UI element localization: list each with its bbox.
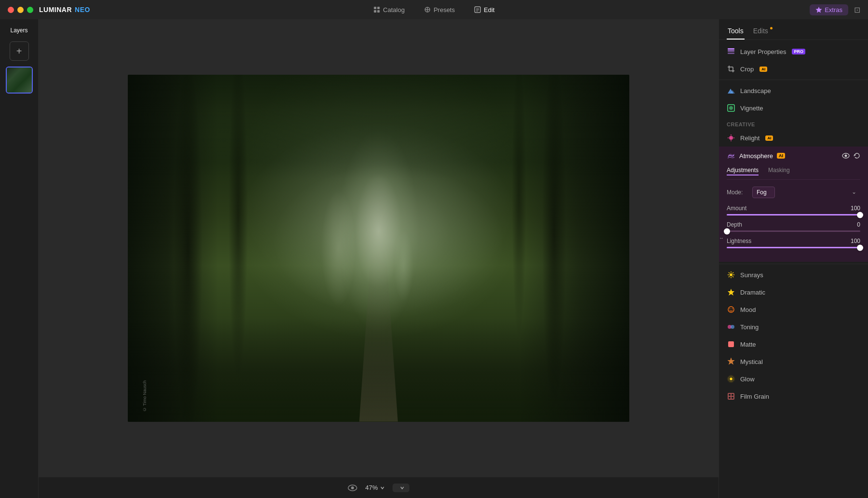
tool-item-landscape[interactable]: Landscape (719, 82, 868, 99)
svg-rect-47 (728, 393, 734, 400)
titlebar-right: Extras ⊡ (810, 4, 860, 15)
crop-label: Crop (740, 66, 754, 73)
tool-item-crop[interactable]: Crop AI (719, 60, 868, 78)
edit-icon (474, 6, 481, 13)
film-grain-icon (727, 392, 735, 401)
layers-panel: Layers + (0, 19, 39, 498)
tools-tab[interactable]: Tools (727, 24, 745, 40)
layer-thumb-image (7, 67, 32, 93)
tool-item-dramatic[interactable]: Dramatic (719, 283, 868, 301)
add-layer-button[interactable]: + (10, 41, 29, 61)
atmosphere-header[interactable]: Atmosphere AI (719, 147, 868, 165)
svg-marker-37 (728, 289, 734, 296)
masking-tab[interactable]: Masking (768, 167, 790, 175)
tool-item-mood[interactable]: Mood (719, 301, 868, 318)
lightness-slider-fill (727, 247, 860, 248)
relight-icon (727, 134, 735, 142)
lightness-slider-track[interactable] (727, 247, 860, 248)
atmosphere-ai-badge: AI (777, 153, 785, 159)
mystical-label: Mystical (740, 358, 763, 365)
depth-slider-header: Depth 0 (727, 221, 860, 228)
svg-point-21 (729, 136, 733, 140)
lightness-label: Lightness (727, 238, 751, 244)
amount-value: 100 (851, 205, 860, 212)
tool-item-sunrays[interactable]: Sunrays (719, 266, 868, 283)
tool-item-vignette[interactable]: Vignette (719, 99, 868, 117)
close-button[interactable] (8, 7, 14, 13)
depth-slider-track[interactable]: ↔ (727, 230, 860, 232)
presets-icon (424, 6, 431, 13)
dramatic-label: Dramatic (740, 289, 765, 296)
landscape-icon (727, 86, 735, 95)
edit-button[interactable]: Edit (464, 4, 504, 16)
lightness-slider-thumb[interactable] (857, 244, 863, 251)
amount-slider-header: Amount 100 (727, 205, 860, 212)
tool-item-matte[interactable]: Matte (719, 336, 868, 353)
catalog-icon (373, 6, 380, 13)
svg-rect-0 (374, 7, 376, 9)
svg-point-13 (351, 486, 354, 489)
svg-rect-16 (728, 48, 734, 50)
svg-rect-3 (377, 10, 380, 13)
right-panel: Tools Edits Layer Properties PRO (719, 19, 868, 498)
tool-item-layer-properties[interactable]: Layer Properties PRO (719, 43, 868, 60)
window-icon[interactable]: ⊡ (854, 5, 860, 14)
atmosphere-body: Adjustments Masking Mode: Fog Mist (719, 165, 868, 262)
svg-rect-49 (732, 394, 733, 396)
svg-rect-2 (374, 10, 376, 13)
amount-slider-track[interactable] (727, 214, 860, 215)
depth-slider-thumb[interactable]: ↔ (724, 228, 730, 234)
main-layout: Layers + © Timo Nausch (0, 19, 868, 498)
tool-item-glow[interactable]: Glow (719, 370, 868, 388)
tool-item-relight[interactable]: Relight AI (719, 129, 868, 147)
svg-line-36 (729, 276, 730, 277)
layer-properties-badge: PRO (792, 49, 805, 54)
tool-item-mystical[interactable]: Mystical (719, 353, 868, 370)
atmosphere-reset-btn[interactable] (854, 152, 860, 159)
vignette-label: Vignette (740, 105, 763, 112)
adjustments-tab[interactable]: Adjustments (727, 167, 759, 175)
zoom-control[interactable]: 47% (365, 484, 384, 491)
amount-slider-thumb[interactable] (857, 212, 863, 218)
svg-rect-14 (728, 50, 734, 52)
depth-slider-row: Depth 0 ↔ (727, 221, 860, 232)
toning-icon (727, 323, 735, 331)
svg-rect-1 (377, 7, 380, 9)
logo-text-luminar: LUMINAR (39, 6, 72, 13)
svg-rect-51 (732, 397, 733, 399)
app-logo: LUMINAR NEO (39, 6, 90, 13)
tool-item-film-grain[interactable]: Film Grain (719, 388, 868, 405)
svg-point-20 (729, 106, 733, 110)
mode-label: Mode: (727, 189, 748, 196)
layer-properties-label: Layer Properties (740, 48, 786, 55)
atmosphere-visibility-btn[interactable] (842, 153, 850, 159)
zoom-chevron-icon (380, 485, 385, 490)
maximize-button[interactable] (27, 7, 33, 13)
canvas-area: © Timo Nausch 47% (39, 19, 719, 498)
toning-label: Toning (740, 323, 759, 331)
presets-button[interactable]: Presets (414, 4, 464, 16)
extras-button[interactable]: Extras (810, 4, 848, 15)
minimize-button[interactable] (17, 7, 24, 13)
layer-thumbnail[interactable] (6, 67, 33, 94)
crop-icon (727, 65, 735, 73)
svg-line-35 (732, 272, 733, 273)
tool-item-toning[interactable]: Toning (719, 318, 868, 336)
landscape-label: Landscape (740, 87, 771, 94)
extras-label: Extras (825, 6, 842, 13)
svg-point-28 (730, 273, 732, 276)
atmosphere-controls (842, 152, 860, 159)
svg-rect-48 (729, 394, 731, 396)
catalog-button[interactable]: Catalog (364, 4, 414, 16)
svg-point-42 (731, 325, 734, 329)
photo-canvas[interactable]: © Timo Nausch (128, 75, 629, 422)
glow-label: Glow (740, 376, 755, 383)
visibility-toggle[interactable] (348, 485, 357, 491)
lightness-slider-header: Lightness 100 (727, 238, 860, 244)
actions-button[interactable] (393, 484, 409, 492)
mode-select-wrapper: Fog Mist Haze (752, 187, 860, 198)
divider-1 (719, 80, 868, 80)
edits-tab[interactable]: Edits (752, 24, 769, 40)
mood-icon (727, 305, 735, 314)
mode-select[interactable]: Fog Mist Haze (752, 187, 775, 198)
